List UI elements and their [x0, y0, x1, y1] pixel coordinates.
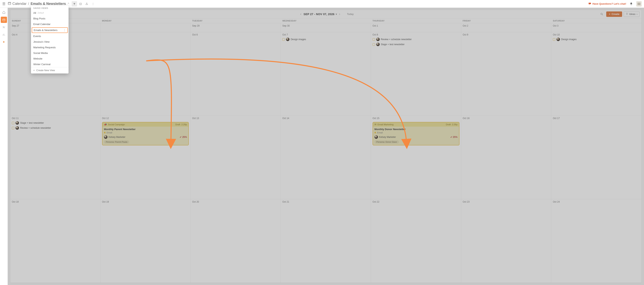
day-cell[interactable]: Oct 15 ✉ Email Marketing Draft2:26p Mont… — [371, 116, 461, 199]
day-cell[interactable]: Oct 20 — [190, 199, 281, 283]
day-cell[interactable]: Oct 19 — [100, 199, 191, 283]
date-label: Oct 6 — [192, 33, 279, 36]
checkbox-icon[interactable] — [12, 122, 14, 124]
date-label: Oct 21 — [282, 200, 369, 203]
day-cell[interactable]: Oct 22 — [371, 199, 461, 283]
view-all[interactable]: AllDefault — [31, 10, 68, 16]
svg-rect-8 — [3, 19, 5, 21]
week-row: Sep 27 Sep 29 Sep 30 Oct 1 Oct 2 Oct 3 — [10, 23, 642, 32]
task-item[interactable]: Design images — [553, 38, 640, 41]
day-cell[interactable]: Oct 11 Stage + test newsletter Review + … — [10, 116, 100, 199]
calendar-container: ‹ SEP 27 - NOV 07, 2026 ▾ › Today + Crea… — [10, 10, 642, 283]
add-calendar-icon[interactable] — [78, 1, 83, 7]
view-social-media[interactable]: Social Media — [31, 50, 68, 56]
view-email-calendar[interactable]: Email Calendar — [31, 21, 68, 27]
date-label: Oct 1 — [372, 25, 460, 27]
day-cell[interactable]: Oct 10 Design images — [551, 32, 642, 116]
persona-tag: Persona: Donor Dave — [374, 140, 399, 143]
day-cell[interactable]: Oct 12 📣 Social Campaign Draft2:26p Mont… — [100, 116, 191, 199]
view-blog-posts[interactable]: Blog Posts — [31, 16, 68, 21]
day-cell[interactable]: Oct 1 — [371, 23, 461, 32]
breadcrumb-view[interactable]: Emails & Newsletters — [30, 2, 66, 6]
date-label: Oct 3 — [553, 25, 640, 27]
view-website[interactable]: Website — [31, 56, 68, 62]
checkbox-icon[interactable] — [12, 127, 14, 129]
calendar-icon — [8, 2, 11, 6]
kebab-icon[interactable]: ⋮ — [90, 1, 96, 7]
status-dot — [104, 132, 106, 133]
view-events[interactable]: Events — [31, 33, 68, 39]
filter-icon[interactable] — [72, 1, 77, 7]
today-link[interactable]: Today — [347, 13, 354, 16]
date-label: Sep 29 — [192, 25, 279, 27]
saved-views-dropdown: SAVED VIEWS AllDefault Blog Posts Email … — [31, 6, 68, 74]
checkbox-icon[interactable] — [282, 38, 285, 41]
card-title: Monthly Donor Newsletter — [374, 128, 458, 131]
rail-shuffle-icon[interactable] — [1, 24, 7, 30]
day-cell[interactable]: Oct 7 Design images — [281, 32, 371, 116]
day-cell[interactable]: Oct 3 — [551, 23, 642, 32]
reader-icon[interactable] — [636, 1, 642, 7]
day-cell[interactable]: Oct 16 — [461, 116, 552, 199]
kebab-icon[interactable]: ⋮ — [63, 29, 66, 32]
card-header: 📣 Social Campaign Draft2:26p — [102, 122, 188, 127]
view-marketing-requests[interactable]: Marketing Requests — [31, 45, 68, 50]
day-cell[interactable]: Oct 23 — [461, 199, 552, 283]
checkbox-icon[interactable] — [553, 38, 555, 41]
ideas-button[interactable]: Ideas › — [624, 12, 640, 17]
day-cell[interactable] — [100, 32, 191, 116]
rail-home-icon[interactable] — [1, 9, 7, 16]
view-emails-newsletters[interactable]: Emails & Newsletters⋮ — [32, 27, 68, 33]
rail-analytics-icon[interactable] — [1, 32, 7, 38]
chat-text: Have Questions? Let's chat! — [592, 2, 626, 5]
bell-icon[interactable] — [628, 1, 634, 7]
task-item[interactable]: Review + schedule newsletter — [372, 38, 460, 41]
task-item[interactable]: Design images — [282, 38, 369, 41]
avatar — [374, 135, 378, 139]
day-cell[interactable]: Oct 6 — [190, 32, 281, 116]
task-item[interactable]: Stage + test newsletter — [12, 121, 99, 125]
card-kind: Email Marketing — [378, 123, 394, 126]
prev-arrow[interactable]: ‹ — [298, 12, 304, 17]
view-winter-carnival[interactable]: Winter Carnival — [31, 62, 68, 67]
content-card[interactable]: ✉ Email Marketing Draft2:26p Monthly Don… — [372, 122, 460, 145]
task-item[interactable]: Stage + test newsletter — [372, 43, 460, 46]
day-cell[interactable] — [100, 23, 191, 32]
day-cell[interactable]: Oct 14 — [281, 116, 371, 199]
breadcrumb-separator: / — [28, 2, 29, 6]
day-cell[interactable]: Oct 13 — [190, 116, 281, 199]
card-owner: Kelsey Marketer — [108, 136, 126, 138]
hamburger-icon[interactable]: ☰ — [1, 1, 6, 7]
breadcrumb-section[interactable]: Calendar — [12, 2, 26, 6]
day-cell[interactable]: Oct 8 Review + schedule newsletter Stage… — [371, 32, 461, 116]
week-row: Oct 18 Oct 19 Oct 20 Oct 21 Oct 22 Oct 2… — [10, 199, 642, 283]
create-new-view[interactable]: +Create New View — [31, 67, 68, 74]
checkbox-icon[interactable] — [372, 38, 375, 41]
date-range[interactable]: SEP 27 - NOV 07, 2026 ▾ — [304, 13, 337, 16]
lightbulb-icon — [626, 13, 628, 16]
chat-link[interactable]: Have Questions? Let's chat! — [588, 2, 626, 6]
chevron-up-icon[interactable]: ⌃ — [68, 2, 70, 6]
share-icon[interactable] — [84, 1, 90, 7]
dow-row: SUNDAY MONDAY TUESDAY WEDNESDAY THURSDAY… — [10, 19, 642, 23]
search-icon[interactable] — [599, 11, 605, 17]
plus-icon: + — [33, 69, 35, 72]
week-row: Oct 4 Oct 6 Oct 7 Design images Oct 8 Re… — [10, 32, 642, 116]
rail-star-icon[interactable]: ✸ — [1, 39, 7, 45]
task-label: Design images — [291, 38, 306, 41]
day-cell[interactable]: Oct 21 — [281, 199, 371, 283]
checkbox-icon[interactable] — [372, 43, 375, 46]
day-cell[interactable]: Oct 18 — [10, 199, 100, 283]
day-cell[interactable]: Oct 2 — [461, 23, 552, 32]
view-jessicas[interactable]: Jessica's View — [31, 39, 68, 45]
content-card[interactable]: 📣 Social Campaign Draft2:26p Monthly Par… — [102, 122, 189, 145]
rail-calendar-icon[interactable] — [1, 17, 7, 23]
day-cell[interactable]: Oct 9 — [461, 32, 552, 116]
next-arrow[interactable]: › — [337, 12, 342, 17]
day-cell[interactable]: Oct 17 — [551, 116, 642, 199]
day-cell[interactable]: Sep 30 — [281, 23, 371, 32]
day-cell[interactable]: Sep 29 — [190, 23, 281, 32]
create-button[interactable]: + Create — [606, 12, 622, 17]
task-item[interactable]: Review + schedule newsletter — [12, 126, 99, 130]
day-cell[interactable]: Oct 24 — [551, 199, 642, 283]
